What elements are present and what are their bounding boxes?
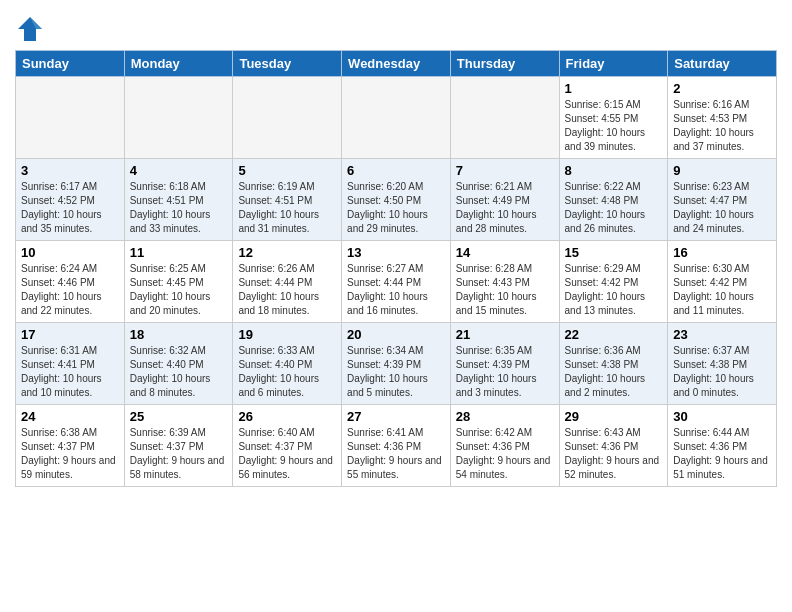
day-info: Sunrise: 6:43 AM Sunset: 4:36 PM Dayligh… — [565, 426, 663, 482]
col-header-tuesday: Tuesday — [233, 51, 342, 77]
calendar-cell: 23Sunrise: 6:37 AM Sunset: 4:38 PM Dayli… — [668, 323, 777, 405]
calendar-cell — [16, 77, 125, 159]
day-info: Sunrise: 6:44 AM Sunset: 4:36 PM Dayligh… — [673, 426, 771, 482]
day-info: Sunrise: 6:41 AM Sunset: 4:36 PM Dayligh… — [347, 426, 445, 482]
day-info: Sunrise: 6:34 AM Sunset: 4:39 PM Dayligh… — [347, 344, 445, 400]
day-info: Sunrise: 6:15 AM Sunset: 4:55 PM Dayligh… — [565, 98, 663, 154]
week-row-2: 10Sunrise: 6:24 AM Sunset: 4:46 PM Dayli… — [16, 241, 777, 323]
day-info: Sunrise: 6:17 AM Sunset: 4:52 PM Dayligh… — [21, 180, 119, 236]
header — [15, 10, 777, 44]
calendar-cell: 17Sunrise: 6:31 AM Sunset: 4:41 PM Dayli… — [16, 323, 125, 405]
calendar-cell: 25Sunrise: 6:39 AM Sunset: 4:37 PM Dayli… — [124, 405, 233, 487]
calendar-cell: 4Sunrise: 6:18 AM Sunset: 4:51 PM Daylig… — [124, 159, 233, 241]
day-number: 4 — [130, 163, 228, 178]
day-info: Sunrise: 6:40 AM Sunset: 4:37 PM Dayligh… — [238, 426, 336, 482]
day-info: Sunrise: 6:37 AM Sunset: 4:38 PM Dayligh… — [673, 344, 771, 400]
calendar-cell — [342, 77, 451, 159]
calendar-cell — [450, 77, 559, 159]
calendar-cell: 27Sunrise: 6:41 AM Sunset: 4:36 PM Dayli… — [342, 405, 451, 487]
day-number: 25 — [130, 409, 228, 424]
day-info: Sunrise: 6:36 AM Sunset: 4:38 PM Dayligh… — [565, 344, 663, 400]
page-container: SundayMondayTuesdayWednesdayThursdayFrid… — [0, 0, 792, 497]
logo — [15, 14, 49, 44]
calendar-cell: 11Sunrise: 6:25 AM Sunset: 4:45 PM Dayli… — [124, 241, 233, 323]
day-info: Sunrise: 6:39 AM Sunset: 4:37 PM Dayligh… — [130, 426, 228, 482]
day-info: Sunrise: 6:35 AM Sunset: 4:39 PM Dayligh… — [456, 344, 554, 400]
day-info: Sunrise: 6:26 AM Sunset: 4:44 PM Dayligh… — [238, 262, 336, 318]
day-number: 15 — [565, 245, 663, 260]
col-header-thursday: Thursday — [450, 51, 559, 77]
calendar-cell: 15Sunrise: 6:29 AM Sunset: 4:42 PM Dayli… — [559, 241, 668, 323]
col-header-monday: Monday — [124, 51, 233, 77]
week-row-4: 24Sunrise: 6:38 AM Sunset: 4:37 PM Dayli… — [16, 405, 777, 487]
day-number: 18 — [130, 327, 228, 342]
calendar-cell: 5Sunrise: 6:19 AM Sunset: 4:51 PM Daylig… — [233, 159, 342, 241]
day-number: 16 — [673, 245, 771, 260]
day-number: 12 — [238, 245, 336, 260]
day-info: Sunrise: 6:18 AM Sunset: 4:51 PM Dayligh… — [130, 180, 228, 236]
week-row-1: 3Sunrise: 6:17 AM Sunset: 4:52 PM Daylig… — [16, 159, 777, 241]
calendar-cell: 28Sunrise: 6:42 AM Sunset: 4:36 PM Dayli… — [450, 405, 559, 487]
calendar-cell: 20Sunrise: 6:34 AM Sunset: 4:39 PM Dayli… — [342, 323, 451, 405]
week-row-3: 17Sunrise: 6:31 AM Sunset: 4:41 PM Dayli… — [16, 323, 777, 405]
day-info: Sunrise: 6:19 AM Sunset: 4:51 PM Dayligh… — [238, 180, 336, 236]
calendar-cell: 13Sunrise: 6:27 AM Sunset: 4:44 PM Dayli… — [342, 241, 451, 323]
calendar-cell: 19Sunrise: 6:33 AM Sunset: 4:40 PM Dayli… — [233, 323, 342, 405]
calendar-cell: 12Sunrise: 6:26 AM Sunset: 4:44 PM Dayli… — [233, 241, 342, 323]
day-number: 6 — [347, 163, 445, 178]
day-info: Sunrise: 6:21 AM Sunset: 4:49 PM Dayligh… — [456, 180, 554, 236]
day-number: 7 — [456, 163, 554, 178]
day-info: Sunrise: 6:27 AM Sunset: 4:44 PM Dayligh… — [347, 262, 445, 318]
calendar-cell: 6Sunrise: 6:20 AM Sunset: 4:50 PM Daylig… — [342, 159, 451, 241]
day-number: 9 — [673, 163, 771, 178]
day-info: Sunrise: 6:38 AM Sunset: 4:37 PM Dayligh… — [21, 426, 119, 482]
calendar-cell: 22Sunrise: 6:36 AM Sunset: 4:38 PM Dayli… — [559, 323, 668, 405]
day-number: 10 — [21, 245, 119, 260]
day-number: 30 — [673, 409, 771, 424]
calendar-cell: 7Sunrise: 6:21 AM Sunset: 4:49 PM Daylig… — [450, 159, 559, 241]
calendar: SundayMondayTuesdayWednesdayThursdayFrid… — [15, 50, 777, 487]
calendar-cell: 2Sunrise: 6:16 AM Sunset: 4:53 PM Daylig… — [668, 77, 777, 159]
calendar-cell: 8Sunrise: 6:22 AM Sunset: 4:48 PM Daylig… — [559, 159, 668, 241]
calendar-cell: 30Sunrise: 6:44 AM Sunset: 4:36 PM Dayli… — [668, 405, 777, 487]
day-info: Sunrise: 6:25 AM Sunset: 4:45 PM Dayligh… — [130, 262, 228, 318]
calendar-cell: 14Sunrise: 6:28 AM Sunset: 4:43 PM Dayli… — [450, 241, 559, 323]
day-info: Sunrise: 6:20 AM Sunset: 4:50 PM Dayligh… — [347, 180, 445, 236]
col-header-sunday: Sunday — [16, 51, 125, 77]
calendar-cell: 26Sunrise: 6:40 AM Sunset: 4:37 PM Dayli… — [233, 405, 342, 487]
calendar-cell — [233, 77, 342, 159]
day-number: 27 — [347, 409, 445, 424]
day-info: Sunrise: 6:42 AM Sunset: 4:36 PM Dayligh… — [456, 426, 554, 482]
day-number: 21 — [456, 327, 554, 342]
day-number: 24 — [21, 409, 119, 424]
day-number: 23 — [673, 327, 771, 342]
calendar-cell: 1Sunrise: 6:15 AM Sunset: 4:55 PM Daylig… — [559, 77, 668, 159]
day-info: Sunrise: 6:33 AM Sunset: 4:40 PM Dayligh… — [238, 344, 336, 400]
calendar-cell: 21Sunrise: 6:35 AM Sunset: 4:39 PM Dayli… — [450, 323, 559, 405]
day-number: 22 — [565, 327, 663, 342]
day-info: Sunrise: 6:23 AM Sunset: 4:47 PM Dayligh… — [673, 180, 771, 236]
day-number: 5 — [238, 163, 336, 178]
day-info: Sunrise: 6:32 AM Sunset: 4:40 PM Dayligh… — [130, 344, 228, 400]
day-info: Sunrise: 6:28 AM Sunset: 4:43 PM Dayligh… — [456, 262, 554, 318]
day-info: Sunrise: 6:16 AM Sunset: 4:53 PM Dayligh… — [673, 98, 771, 154]
day-number: 11 — [130, 245, 228, 260]
col-header-wednesday: Wednesday — [342, 51, 451, 77]
day-number: 14 — [456, 245, 554, 260]
day-number: 19 — [238, 327, 336, 342]
calendar-cell: 24Sunrise: 6:38 AM Sunset: 4:37 PM Dayli… — [16, 405, 125, 487]
day-info: Sunrise: 6:30 AM Sunset: 4:42 PM Dayligh… — [673, 262, 771, 318]
calendar-cell — [124, 77, 233, 159]
day-number: 2 — [673, 81, 771, 96]
day-info: Sunrise: 6:24 AM Sunset: 4:46 PM Dayligh… — [21, 262, 119, 318]
day-info: Sunrise: 6:22 AM Sunset: 4:48 PM Dayligh… — [565, 180, 663, 236]
day-number: 1 — [565, 81, 663, 96]
col-header-friday: Friday — [559, 51, 668, 77]
calendar-cell: 29Sunrise: 6:43 AM Sunset: 4:36 PM Dayli… — [559, 405, 668, 487]
calendar-cell: 3Sunrise: 6:17 AM Sunset: 4:52 PM Daylig… — [16, 159, 125, 241]
day-number: 26 — [238, 409, 336, 424]
day-number: 3 — [21, 163, 119, 178]
day-number: 29 — [565, 409, 663, 424]
day-number: 20 — [347, 327, 445, 342]
calendar-header-row: SundayMondayTuesdayWednesdayThursdayFrid… — [16, 51, 777, 77]
